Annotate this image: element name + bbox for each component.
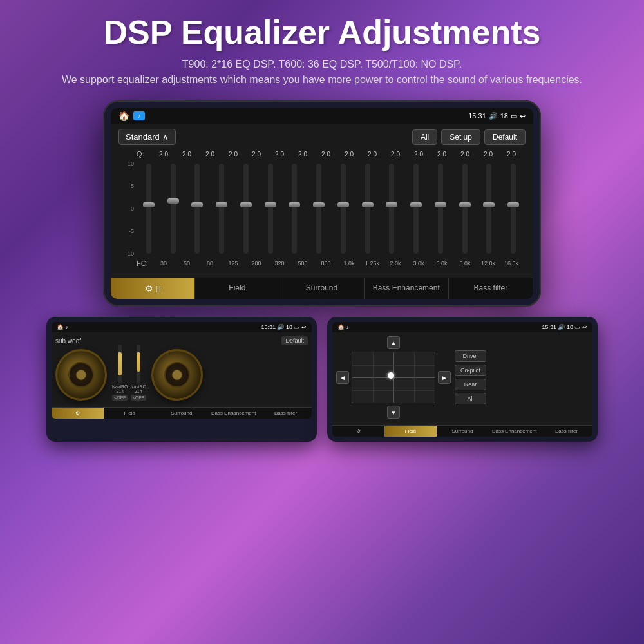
slider-track-11[interactable] xyxy=(413,164,419,254)
eq-bottom-tabs: ⚙ ||| Field Surround Bass Enhancement Ba… xyxy=(111,278,533,299)
slider-track-14[interactable] xyxy=(486,164,491,254)
setup-button[interactable]: Set up xyxy=(441,129,480,145)
slider-track-1[interactable] xyxy=(171,164,176,254)
mini-status-bar-right: 🏠 ♪ 15:31 🔊 18 ▭ ↩ xyxy=(332,322,592,332)
eq-top-bar: Standard ∧ All Set up Default xyxy=(118,129,526,145)
slider-col-5 xyxy=(258,160,283,257)
slider-thumb-0[interactable] xyxy=(143,202,155,207)
mini-content-right: ▲ ◄ xyxy=(332,332,592,422)
all-button[interactable]: All xyxy=(412,129,437,145)
slider-track-4[interactable] xyxy=(243,164,249,254)
mini-tab-surround-left[interactable]: Surround xyxy=(156,408,208,419)
sf-all-btn[interactable]: All xyxy=(455,393,486,404)
mini-tab-field-right[interactable]: Field xyxy=(384,426,437,437)
off-badge-right: <OFF xyxy=(131,395,146,401)
slider-track-3[interactable] xyxy=(219,164,224,254)
mini-time-left: 15:31 🔊 18 ▭ ↩ xyxy=(261,324,307,330)
mini-status-bar-left: 🏠 ♪ 15:31 🔊 18 ▭ ↩ xyxy=(52,322,312,332)
slider-thumb-4[interactable] xyxy=(240,202,252,207)
tab-surround[interactable]: Surround xyxy=(279,278,364,299)
sub-speakers-area: NaviRO214 <OFF NaviRO214 <OFF xyxy=(55,349,308,401)
slider-track-7[interactable] xyxy=(316,164,321,254)
slider-thumb-12[interactable] xyxy=(435,202,446,207)
mini-bottom-tabs-right: ⚙ Field Surround Bass Enhancement Bass f… xyxy=(332,425,592,437)
slider-col-8 xyxy=(331,160,355,257)
tab-bass-enhancement[interactable]: Bass Enhancement xyxy=(365,278,449,299)
slider-track-right[interactable] xyxy=(137,345,140,383)
slider-track-9[interactable] xyxy=(365,164,370,254)
mini-tab-bassfilter-left[interactable]: Bass filter xyxy=(260,408,312,419)
volume-icon: 🔊 xyxy=(489,112,498,120)
eq-sliders-wrapper: 10 5 0 -5 -10 xyxy=(118,160,526,257)
sf-rear-btn[interactable]: Rear xyxy=(455,379,486,390)
preset-dropdown[interactable]: Standard ∧ xyxy=(118,129,176,145)
tab-bass-filter[interactable]: Bass filter xyxy=(449,278,533,299)
mini-tab-bass-left[interactable]: Bass Enhancement xyxy=(207,408,260,419)
slider-thumb-7[interactable] xyxy=(313,202,325,207)
slider-thumb-9[interactable] xyxy=(362,202,374,207)
mini-tab-bass-right[interactable]: Bass Enhancement xyxy=(488,426,540,437)
slider-thumb-15[interactable] xyxy=(507,202,519,207)
tab-eq[interactable]: ⚙ ||| xyxy=(111,278,195,299)
slider-thumb-1[interactable] xyxy=(167,198,179,204)
slider-track-2[interactable] xyxy=(194,164,200,254)
slider-track-15[interactable] xyxy=(511,164,516,254)
sf-line-v1 xyxy=(373,352,374,402)
sf-left-btn[interactable]: ◄ xyxy=(336,371,349,384)
header-subtitle1: T900: 2*16 EQ DSP. T600: 36 EQ DSP. T500… xyxy=(39,57,605,72)
slider-track-10[interactable] xyxy=(389,164,394,254)
fc-value: 500 xyxy=(291,260,314,267)
slider-track-6[interactable] xyxy=(292,164,297,254)
speaker-center-left xyxy=(76,370,86,380)
slider-track-13[interactable] xyxy=(462,164,468,254)
eq-y-axis: 10 5 0 -5 -10 xyxy=(118,160,137,257)
mini-tab-bassfilter-right[interactable]: Bass filter xyxy=(540,426,592,437)
slider-track-12[interactable] xyxy=(438,164,443,254)
sub-default-btn[interactable]: Default xyxy=(281,336,308,345)
slider-thumb-8[interactable] xyxy=(337,202,349,207)
sf-down-btn[interactable]: ▼ xyxy=(387,406,400,419)
slider-thumb-6[interactable] xyxy=(289,202,300,207)
slider-thumb-5[interactable] xyxy=(265,202,276,207)
bottom-left-device: 🏠 ♪ 15:31 🔊 18 ▭ ↩ sub woof Default xyxy=(46,317,317,442)
bottom-devices: 🏠 ♪ 15:31 🔊 18 ▭ ↩ sub woof Default xyxy=(0,317,644,442)
slider-col-4 xyxy=(234,160,258,257)
fc-value: 50 xyxy=(175,260,198,267)
mini-bottom-tabs-left: ⚙ Field Surround Bass Enhancement Bass f… xyxy=(52,407,312,419)
q-values: 2.02.02.02.02.02.02.02.02.02.02.02.02.02… xyxy=(152,151,526,158)
slider-track-left[interactable] xyxy=(118,345,122,383)
sf-up-btn[interactable]: ▲ xyxy=(387,336,400,349)
mini-tab-field-left[interactable]: Field xyxy=(104,408,156,419)
q-value: 2.0 xyxy=(314,151,337,158)
slider-track-0[interactable] xyxy=(146,164,151,254)
sf-copilot-btn[interactable]: Co-pilot xyxy=(455,365,486,376)
main-screen: 🏠 ♪ 15:31 🔊 18 ▭ ↩ Standard ∧ xyxy=(111,108,533,299)
slider-col-7 xyxy=(307,160,331,257)
mini-tab-eq-right[interactable]: ⚙ xyxy=(332,426,384,437)
slider-thumb-11[interactable] xyxy=(410,202,422,207)
status-right: 15:31 🔊 18 ▭ ↩ xyxy=(468,112,526,120)
battery-icon: ▭ xyxy=(511,112,517,120)
sf-right-btn[interactable]: ► xyxy=(438,371,451,384)
slider-thumb-10[interactable] xyxy=(386,202,397,207)
mini-tab-surround-right[interactable]: Surround xyxy=(437,426,489,437)
slider-col-3 xyxy=(209,160,234,257)
slider-thumb-2[interactable] xyxy=(191,202,203,207)
slider-track-8[interactable] xyxy=(341,164,346,254)
tab-field-label: Field xyxy=(229,283,245,292)
slider-track-5[interactable] xyxy=(268,164,273,254)
eq-content: Standard ∧ All Set up Default Q: 2.02.02… xyxy=(111,124,533,272)
mini-sliders: NaviRO214 <OFF NaviRO214 <OFF xyxy=(112,349,146,401)
sf-driver-btn[interactable]: Driver xyxy=(455,350,486,362)
tab-field[interactable]: Field xyxy=(195,278,279,299)
sf-line-h2 xyxy=(352,390,435,391)
sf-center-h xyxy=(352,377,435,378)
mini-tab-eq-left[interactable]: ⚙ xyxy=(52,408,104,419)
header-subtitle2: We support equalizer adjustments which m… xyxy=(39,72,605,88)
slider-thumb-14[interactable] xyxy=(483,202,495,207)
default-button[interactable]: Default xyxy=(484,129,526,145)
volume-level: 18 xyxy=(500,112,508,120)
slider-thumb-13[interactable] xyxy=(459,202,471,207)
slider-thumb-3[interactable] xyxy=(216,202,227,207)
fc-value: 2.0k xyxy=(384,260,407,267)
